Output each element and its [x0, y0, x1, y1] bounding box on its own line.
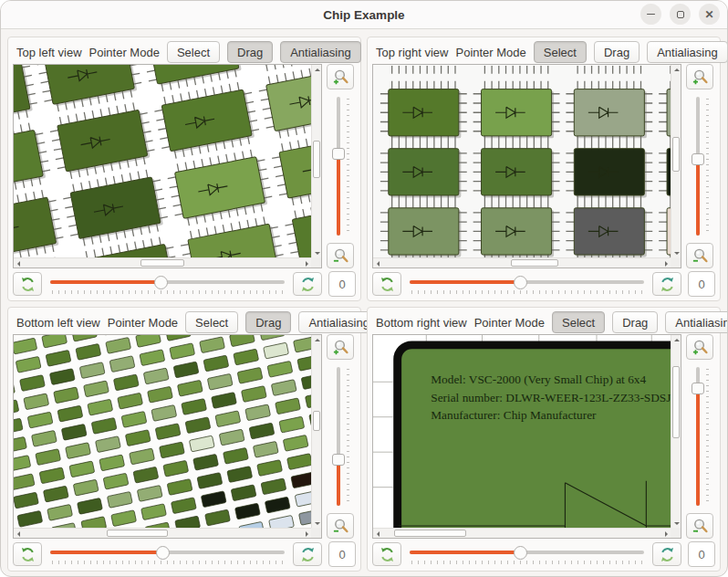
zoom-slider-handle[interactable]	[692, 383, 704, 394]
select-button[interactable]: Select	[552, 311, 605, 333]
scroll-left-button[interactable]	[14, 258, 24, 268]
zoom-in-button[interactable]	[686, 334, 713, 360]
scroll-right-button[interactable]	[301, 258, 311, 268]
zoom-slider[interactable]	[329, 95, 351, 237]
rotate-right-button[interactable]	[293, 272, 322, 296]
vertical-scrollbar-track[interactable]	[671, 75, 681, 247]
vertical-scrollbar-thumb[interactable]	[672, 137, 680, 172]
zoom-in-button[interactable]	[686, 64, 713, 89]
horizontal-scrollbar-track[interactable]	[383, 258, 660, 268]
scroll-left-button[interactable]	[373, 258, 383, 268]
rotation-spinbox[interactable]: 0	[688, 271, 715, 297]
horizontal-scrollbar-thumb[interactable]	[511, 259, 558, 267]
scroll-right-button[interactable]	[660, 529, 671, 539]
scrollbar-corner	[671, 528, 681, 538]
scroll-up-button[interactable]	[671, 335, 681, 345]
rotate-slider[interactable]	[48, 543, 286, 565]
rotate-slider-handle[interactable]	[154, 276, 168, 289]
horizontal-scrollbar-thumb[interactable]	[140, 259, 185, 267]
antialiasing-button[interactable]: Antialiasing	[647, 41, 728, 63]
scroll-right-button[interactable]	[301, 529, 311, 539]
rotate-right-button[interactable]	[652, 542, 681, 566]
zoom-out-button[interactable]	[327, 513, 354, 539]
zoom-out-button[interactable]	[327, 243, 354, 268]
select-button[interactable]: Select	[185, 311, 238, 333]
vertical-scrollbar[interactable]	[671, 335, 681, 528]
rotate-right-icon	[299, 276, 317, 293]
window-maximize-button[interactable]	[670, 4, 691, 25]
horizontal-scrollbar[interactable]	[14, 528, 311, 538]
rotate-slider-handle[interactable]	[156, 546, 170, 560]
drag-button[interactable]: Drag	[227, 41, 273, 63]
zoom-slider[interactable]	[689, 365, 711, 508]
scroll-up-button[interactable]	[312, 335, 322, 345]
window-close-button[interactable]: ✕	[699, 4, 720, 25]
zoom-in-button[interactable]	[327, 334, 354, 360]
panel-header: Top right view Pointer Mode Select Drag …	[372, 40, 715, 64]
scroll-up-button[interactable]	[671, 65, 681, 75]
scroll-down-button[interactable]	[671, 247, 681, 257]
rotate-slider[interactable]	[48, 273, 286, 295]
zoom-in-button[interactable]	[327, 64, 354, 89]
zoom-slider[interactable]	[689, 95, 711, 237]
vertical-scrollbar-track[interactable]	[312, 75, 321, 247]
vertical-scrollbar-thumb[interactable]	[313, 141, 320, 179]
scroll-down-button[interactable]	[312, 247, 322, 257]
scroll-left-button[interactable]	[14, 529, 24, 539]
rotate-slider-handle[interactable]	[514, 276, 527, 289]
rotate-right-button[interactable]	[293, 542, 322, 566]
scroll-down-button[interactable]	[671, 518, 681, 528]
vertical-scrollbar[interactable]	[671, 65, 681, 257]
horizontal-scrollbar-track[interactable]	[24, 529, 301, 538]
zoom-slider[interactable]	[329, 365, 351, 508]
zoom-slider-handle[interactable]	[692, 153, 704, 165]
antialiasing-button[interactable]: Antialiasing	[280, 41, 361, 63]
rotate-slider[interactable]	[408, 543, 646, 565]
zoom-slider-handle[interactable]	[332, 454, 345, 466]
select-button[interactable]: Select	[167, 41, 220, 63]
scroll-right-button[interactable]	[660, 258, 671, 268]
antialiasing-button[interactable]: Antialiasing	[665, 311, 728, 333]
rotation-spinbox[interactable]: 0	[688, 541, 715, 567]
zoom-slider-fill	[696, 159, 700, 236]
horizontal-scrollbar-track[interactable]	[24, 258, 301, 268]
graphics-view[interactable]	[372, 64, 681, 268]
rotate-left-button[interactable]	[13, 542, 42, 566]
vertical-scrollbar-track[interactable]	[671, 345, 681, 518]
vertical-scrollbar[interactable]	[311, 335, 321, 528]
zoom-out-button[interactable]	[686, 243, 713, 268]
vertical-scrollbar-thumb[interactable]	[672, 366, 680, 438]
rotate-left-button[interactable]	[372, 272, 401, 296]
horizontal-scrollbar[interactable]	[373, 528, 671, 538]
rotate-slider-handle[interactable]	[514, 546, 527, 560]
scroll-left-button[interactable]	[373, 529, 383, 539]
rotation-spinbox[interactable]: 0	[328, 541, 356, 567]
rotation-spinbox[interactable]: 0	[328, 271, 356, 297]
scroll-up-button[interactable]	[312, 65, 322, 75]
graphics-view[interactable]	[13, 64, 322, 268]
titlebar[interactable]: Chip Example ✕	[1, 1, 727, 29]
horizontal-scrollbar[interactable]	[14, 257, 311, 268]
rotate-right-button[interactable]	[652, 272, 681, 296]
chip-scene	[373, 65, 671, 257]
vertical-scrollbar-track[interactable]	[312, 345, 321, 518]
select-button[interactable]: Select	[534, 41, 587, 63]
horizontal-scrollbar-thumb[interactable]	[107, 530, 168, 537]
zoom-out-button[interactable]	[686, 513, 713, 539]
vertical-scrollbar[interactable]	[311, 65, 321, 257]
window-minimize-button[interactable]	[640, 4, 661, 25]
horizontal-scrollbar[interactable]	[373, 257, 671, 268]
rotate-slider[interactable]	[408, 273, 646, 295]
scroll-down-button[interactable]	[312, 518, 322, 528]
drag-button[interactable]: Drag	[245, 311, 291, 333]
rotate-left-button[interactable]	[372, 542, 401, 566]
drag-button[interactable]: Drag	[594, 41, 640, 63]
graphics-view[interactable]	[13, 334, 322, 539]
rotate-left-button[interactable]	[13, 272, 42, 296]
graphics-view[interactable]: Model: VSC-2000 (Very Small Chip) at 6x4…	[372, 334, 681, 539]
vertical-scrollbar-thumb[interactable]	[313, 411, 320, 432]
horizontal-scrollbar-thumb[interactable]	[394, 530, 466, 537]
drag-button[interactable]: Drag	[612, 311, 658, 333]
horizontal-scrollbar-track[interactable]	[383, 529, 660, 538]
zoom-slider-handle[interactable]	[332, 148, 345, 160]
